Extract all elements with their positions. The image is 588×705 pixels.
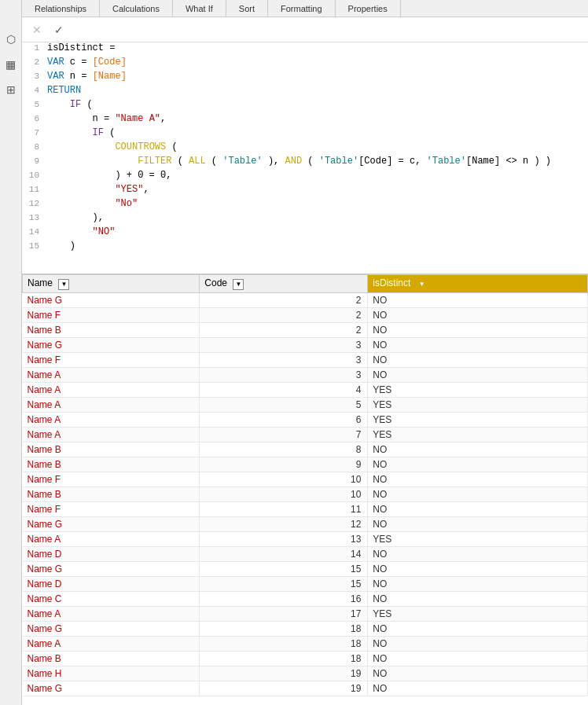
cell-isdistinct: NO [368,337,588,352]
tab-sort[interactable]: Sort [226,0,268,17]
cell-isdistinct: NO [368,651,588,666]
cell-isdistinct: NO [368,621,588,636]
table-row: Name A17YES [23,606,588,621]
cell-code: 18 [200,621,368,636]
table-row: Name G3NO [23,337,588,352]
cell-code: 6 [200,412,368,427]
code-line-4: 4 RETURN [22,85,588,99]
cell-name: Name G [23,516,200,531]
table-row: Name H19NO [23,666,588,681]
cell-code: 2 [200,307,368,322]
cell-isdistinct: NO [368,352,588,367]
sidebar: ⬡ ▦ ⊞ [0,0,22,705]
cell-name: Name A [23,636,200,651]
tab-relationships[interactable]: Relationships [22,0,100,17]
code-editor[interactable]: 1 isDistinct = 2 VAR c = [Code] 3 VAR n … [22,42,588,274]
cell-isdistinct: NO [368,576,588,591]
code-line-14: 14 "NO" [22,226,588,241]
cell-isdistinct: NO [368,367,588,382]
code-line-10: 10 ) + 0 = 0, [22,170,588,184]
cell-code: 19 [200,681,368,696]
cell-code: 3 [200,337,368,352]
table-row: Name B10NO [23,487,588,501]
cell-isdistinct: NO [368,516,588,531]
cell-isdistinct: YES [368,606,588,621]
col-code-label: Code [204,277,227,288]
cell-code: 17 [200,606,368,621]
cell-name: Name B [23,457,200,472]
cell-name: Name G [23,292,200,307]
cell-name: Name A [23,531,200,546]
tab-whatif[interactable]: What If [173,0,226,17]
cell-name: Name G [23,561,200,576]
cell-code: 10 [200,487,368,501]
cell-isdistinct: NO [368,681,588,696]
tab-calculations[interactable]: Calculations [100,0,173,17]
table-row: Name G12NO [23,516,588,531]
cell-isdistinct: NO [368,561,588,576]
cell-code: 18 [200,636,368,651]
table-row: Name G18NO [23,621,588,636]
tab-properties[interactable]: Properties [336,0,401,17]
code-line-8: 8 COUNTROWS ( [22,141,588,156]
cell-name: Name D [23,576,200,591]
cell-isdistinct: NO [368,636,588,651]
cell-name: Name F [23,472,200,487]
cancel-button[interactable]: ✕ [28,21,46,39]
cell-isdistinct: NO [368,442,588,457]
cell-isdistinct: NO [368,546,588,561]
col-isdistinct-label: isDistinct [373,277,410,288]
table-row: Name A4YES [23,382,588,397]
cell-name: Name B [23,487,200,501]
cell-isdistinct: YES [368,397,588,412]
cell-isdistinct: YES [368,412,588,427]
data-table: Name ▼ Code ▼ isDistinct ▼ Name G2NOName… [22,274,588,696]
cell-code: 19 [200,666,368,681]
cell-code: 8 [200,442,368,457]
cell-isdistinct: NO [368,501,588,516]
col-code-filter[interactable]: ▼ [233,279,244,290]
cell-name: Name B [23,651,200,666]
table-row: Name B8NO [23,442,588,457]
data-table-area[interactable]: Name ▼ Code ▼ isDistinct ▼ Name G2NOName… [22,274,588,705]
table-row: Name A7YES [23,427,588,442]
cell-code: 9 [200,457,368,472]
cell-code: 13 [200,531,368,546]
code-line-3: 3 VAR n = [Name] [22,71,588,85]
toolbar: ✕ ✓ [22,17,588,42]
cell-name: Name G [23,681,200,696]
tab-formatting[interactable]: Formatting [268,0,336,17]
cell-code: 2 [200,322,368,337]
confirm-button[interactable]: ✓ [50,21,68,39]
cell-isdistinct: YES [368,531,588,546]
table-row: Name G15NO [23,561,588,576]
cell-name: Name F [23,501,200,516]
cell-code: 15 [200,561,368,576]
cell-name: Name G [23,621,200,636]
code-line-1: 1 isDistinct = [22,42,588,57]
cell-code: 3 [200,367,368,382]
cell-isdistinct: YES [368,427,588,442]
cell-code: 4 [200,382,368,397]
code-line-12: 12 "No" [22,198,588,212]
cell-code: 11 [200,501,368,516]
model-icon[interactable]: ⊞ [3,82,19,97]
cell-name: Name A [23,382,200,397]
cell-name: Name D [23,546,200,561]
table-row: Name F3NO [23,352,588,367]
table-row: Name D15NO [23,576,588,591]
cell-code: 18 [200,651,368,666]
table-row: Name F11NO [23,501,588,516]
cell-name: Name A [23,412,200,427]
col-header-isdistinct: isDistinct ▼ [368,275,588,293]
cell-code: 10 [200,472,368,487]
table-row: Name G19NO [23,681,588,696]
relationships-icon[interactable]: ⬡ [3,31,19,47]
col-isdistinct-filter[interactable]: ▼ [417,279,428,290]
cell-name: Name A [23,427,200,442]
col-name-filter[interactable]: ▼ [58,279,69,290]
cell-isdistinct: YES [368,382,588,397]
cell-code: 7 [200,427,368,442]
data-icon[interactable]: ▦ [3,57,19,72]
cell-isdistinct: NO [368,472,588,487]
